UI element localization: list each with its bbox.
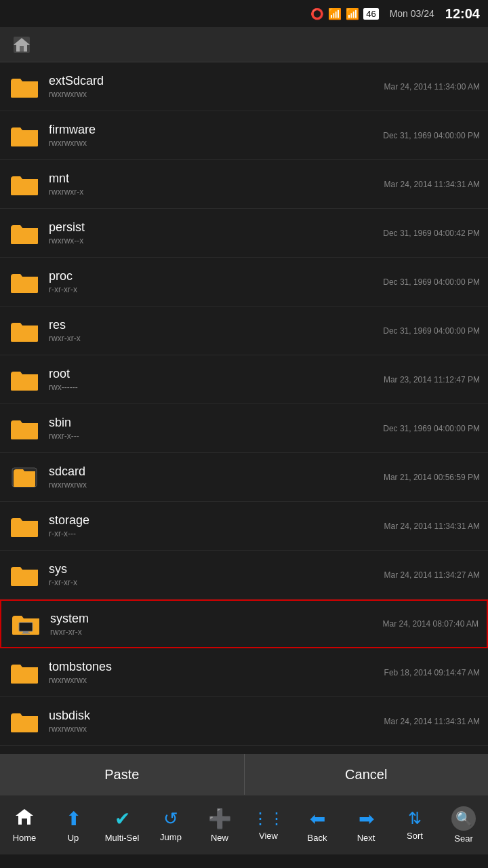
nav-sort[interactable]: ⇅ Sort (390, 805, 439, 845)
file-perms: r-xr-xr-x (49, 578, 384, 587)
file-name: root (49, 367, 384, 381)
folder-icon-storage (8, 510, 41, 542)
file-row-extSdcard[interactable]: extSdcard rwxrwxrwx Mar 24, 2014 11:34:0… (0, 62, 488, 111)
file-row-usbdisk[interactable]: usbdisk rwxrwxrwx Mar 24, 2014 11:34:31 … (0, 697, 488, 746)
file-row-system[interactable]: system rwxr-xr-x Mar 24, 2014 08:07:40 A… (0, 599, 488, 648)
file-row-persist[interactable]: persist rwxrwx--x Dec 31, 1969 04:00:42 … (0, 209, 488, 258)
file-date: Mar 24, 2014 11:34:31 AM (384, 521, 480, 531)
new-icon: ➕ (208, 808, 232, 830)
file-info-system: system rwxr-xr-x (50, 612, 383, 637)
next-icon: ➡ (359, 808, 374, 830)
paste-button[interactable]: Paste (0, 754, 245, 795)
file-date: Mar 24, 2014 11:34:31 AM (384, 180, 480, 189)
file-row-vendor[interactable]: vendor rwxrwxrwx Mar 24, 2014 08:07:39 A… (0, 746, 488, 754)
file-name: proc (49, 269, 383, 283)
file-name: extSdcard (49, 74, 384, 88)
nav-home-label: Home (13, 833, 37, 843)
nav-jump[interactable]: ↺ Jump (146, 804, 195, 846)
file-date: Dec 31, 1969 04:00:00 PM (383, 326, 480, 336)
file-name: storage (49, 513, 384, 528)
nav-new-label: New (211, 833, 228, 843)
file-name: sbin (49, 416, 383, 430)
svg-rect-8 (22, 818, 27, 825)
file-list: extSdcard rwxrwxrwx Mar 24, 2014 11:34:0… (0, 62, 488, 754)
file-perms: rwxrwxrwx (49, 724, 384, 734)
wifi-icon: 📶 (328, 7, 342, 20)
file-date: Mar 24, 2014 08:07:40 AM (383, 619, 479, 629)
nav-home[interactable]: Home (0, 803, 49, 847)
file-row-sys[interactable]: sys r-xr-xr-x Mar 24, 2014 11:34:27 AM (0, 551, 488, 599)
nav-back[interactable]: ⬅ Back (293, 804, 342, 847)
folder-icon-root (8, 363, 41, 396)
file-row-tombstones[interactable]: tombstones rwxrwxrwx Feb 18, 2014 09:14:… (0, 648, 488, 697)
file-row-firmware[interactable]: firmware rwxrwxrwx Dec 31, 1969 04:00:00… (0, 111, 488, 160)
file-perms: r-xr-x--- (49, 529, 384, 538)
file-row-sbin[interactable]: sbin rwxr-x--- Dec 31, 1969 04:00:00 PM (0, 404, 488, 453)
sdcard-folder-icon (8, 461, 41, 494)
file-name: usbdisk (49, 709, 384, 723)
file-info-sbin: sbin rwxr-x--- (49, 416, 383, 441)
nav-search-label: Sear (454, 833, 472, 844)
svg-rect-6 (22, 633, 30, 634)
file-perms: rwxrwxrwx (49, 138, 383, 148)
file-info-storage: storage r-xr-x--- (49, 513, 384, 538)
action-buttons: Paste Cancel (0, 754, 488, 795)
file-row-mnt[interactable]: mnt rwxrwxr-x Mar 24, 2014 11:34:31 AM (0, 160, 488, 209)
view-icon: ⋮⋮ (252, 809, 285, 828)
file-date: Dec 31, 1969 04:00:00 PM (383, 277, 480, 287)
multisel-icon: ✔ (115, 808, 130, 830)
file-info-root: root rwx------ (49, 367, 384, 392)
folder-icon-firmware (8, 119, 41, 152)
file-info-tombstones: tombstones rwxrwxrwx (49, 660, 384, 685)
file-perms: rwxrwxrwx (49, 675, 384, 685)
folder-icon-usbdisk (8, 705, 41, 738)
header-bar (0, 27, 488, 62)
file-perms: rwx------ (49, 382, 384, 392)
svg-rect-2 (20, 46, 24, 52)
file-info-sys: sys r-xr-xr-x (49, 562, 384, 587)
nav-multisel[interactable]: ✔ Multi-Sel (98, 804, 146, 847)
file-row-proc[interactable]: proc r-xr-xr-x Dec 31, 1969 04:00:00 PM (0, 258, 488, 307)
file-row-sdcard[interactable]: sdcard rwxrwxrwx Mar 21, 2014 00:56:59 P… (0, 453, 488, 502)
cancel-button[interactable]: Cancel (245, 754, 489, 795)
file-row-storage[interactable]: storage r-xr-x--- Mar 24, 2014 11:34:31 … (0, 502, 488, 551)
file-perms: rwxrwxrwx (49, 480, 384, 490)
header-home-icon[interactable] (8, 31, 35, 58)
file-info-usbdisk: usbdisk rwxrwxrwx (49, 709, 384, 734)
signal-icon: 📶 (346, 7, 359, 20)
file-perms: rwxr-xr-x (50, 627, 383, 637)
file-date: Mar 24, 2014 11:34:00 AM (384, 82, 480, 92)
bluetooth-icon: ⭕ (310, 7, 324, 20)
nav-up[interactable]: ⬆ Up (49, 804, 98, 847)
file-date: Mar 23, 2014 11:12:47 PM (384, 375, 480, 384)
nav-new[interactable]: ➕ New (195, 804, 244, 847)
nav-jump-label: Jump (160, 832, 182, 842)
nav-back-label: Back (308, 833, 327, 843)
file-row-root[interactable]: root rwx------ Mar 23, 2014 11:12:47 PM (0, 355, 488, 404)
jump-icon: ↺ (163, 808, 178, 829)
folder-icon-sys (8, 559, 41, 591)
file-perms: rwxr-x--- (49, 431, 383, 441)
nav-search[interactable]: 🔍 Sear (439, 802, 488, 848)
file-date: Feb 18, 2014 09:14:47 AM (384, 668, 480, 677)
file-perms: rwxrwxrwx (49, 90, 384, 99)
file-name: system (50, 612, 383, 626)
nav-next-label: Next (357, 833, 375, 843)
folder-icon-mnt (8, 168, 41, 201)
file-info-mnt: mnt rwxrwxr-x (49, 172, 384, 197)
file-date: Mar 24, 2014 11:34:27 AM (384, 570, 480, 580)
file-perms: rwxrwx--x (49, 236, 383, 245)
file-info-extSdcard: extSdcard rwxrwxrwx (49, 74, 384, 99)
folder-icon-proc (8, 266, 41, 298)
search-icon: 🔍 (451, 806, 476, 831)
folder-icon-persist (8, 217, 41, 250)
folder-icon-sbin (8, 412, 41, 445)
nav-view[interactable]: ⋮⋮ View (244, 805, 293, 845)
file-name: mnt (49, 172, 384, 186)
nav-next[interactable]: ➡ Next (342, 804, 390, 847)
back-icon: ⬅ (310, 808, 325, 830)
file-date: Mar 24, 2014 11:34:31 AM (384, 717, 480, 726)
folder-icon-res (8, 315, 41, 347)
file-date: Dec 31, 1969 04:00:42 PM (383, 229, 480, 238)
file-row-res[interactable]: res rwxr-xr-x Dec 31, 1969 04:00:00 PM (0, 307, 488, 355)
